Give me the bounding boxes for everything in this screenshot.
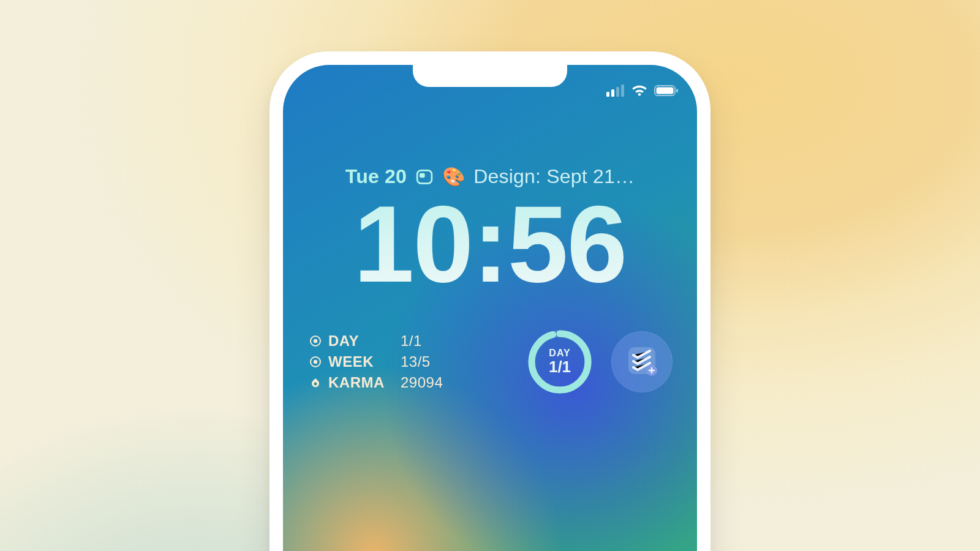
svg-rect-8	[420, 173, 425, 178]
svg-point-13	[314, 383, 317, 386]
lock-screen[interactable]: Tue 20 🎨 Design: Sept 21… 10:56	[283, 65, 697, 551]
svg-rect-5	[657, 88, 674, 94]
lock-screen-clock: 10:56	[283, 190, 697, 299]
svg-rect-2	[616, 87, 619, 97]
phone-frame: Tue 20 🎨 Design: Sept 21… 10:56	[270, 51, 710, 551]
svg-rect-1	[611, 89, 614, 97]
target-icon	[307, 335, 323, 347]
productivity-value: 13/5	[401, 353, 443, 370]
todoist-add-widget[interactable]	[611, 331, 673, 392]
productivity-value: 1/1	[401, 332, 443, 350]
ring-value: 1/1	[549, 358, 571, 377]
productivity-value: 29094	[401, 374, 443, 391]
target-icon	[307, 356, 323, 368]
svg-rect-3	[621, 84, 624, 97]
goal-ring-widget[interactable]: DAY 1/1	[527, 329, 593, 395]
productivity-widget[interactable]: DAY 1/1 WEEK 13/5 KARMA 29094	[307, 332, 443, 391]
status-bar	[606, 84, 679, 99]
karma-icon	[307, 377, 323, 389]
device-notch	[413, 65, 567, 87]
lock-screen-widgets: DAY 1/1 WEEK 13/5 KARMA 29094	[307, 325, 673, 399]
wifi-icon	[631, 84, 648, 99]
productivity-label: DAY	[328, 332, 396, 350]
todoist-icon	[625, 343, 659, 380]
battery-icon	[654, 84, 679, 99]
svg-point-10	[314, 339, 317, 343]
productivity-label: WEEK	[328, 353, 396, 370]
cellular-icon	[606, 84, 625, 99]
productivity-label: KARMA	[328, 374, 396, 391]
svg-rect-6	[676, 89, 678, 92]
svg-point-12	[314, 360, 317, 364]
svg-rect-0	[606, 92, 609, 97]
page-background: Tue 20 🎨 Design: Sept 21… 10:56	[0, 0, 980, 551]
